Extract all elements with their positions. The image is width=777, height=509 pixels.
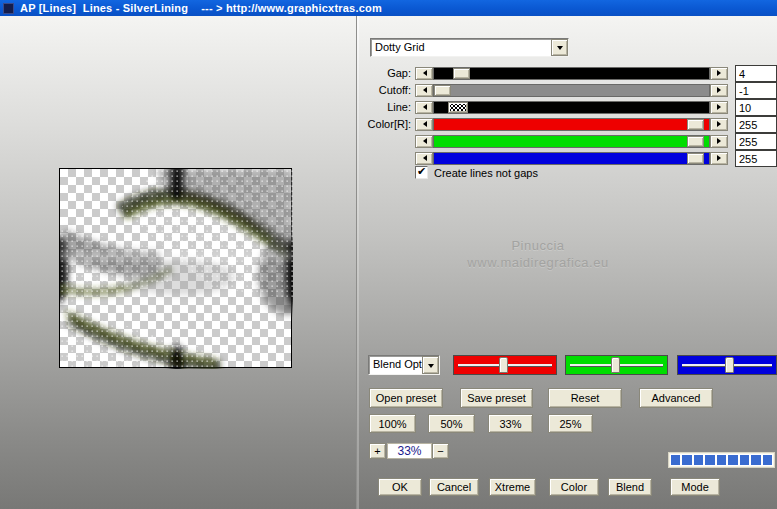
color-green-slider-row: 255 — [359, 134, 777, 148]
progress-segment — [671, 455, 680, 465]
progress-segment — [682, 455, 691, 465]
color-red-slider-track[interactable] — [433, 118, 710, 131]
color-blue-slider-thumb[interactable] — [687, 153, 704, 164]
zoom-100-button[interactable]: 100% — [369, 414, 416, 433]
create-lines-checkbox-label: Create lines not gaps — [434, 167, 538, 179]
title-bar[interactable]: AP [Lines] Lines - SilverLining --- > ht… — [0, 0, 777, 16]
blend-green-slider-thumb[interactable] — [611, 357, 620, 373]
advanced-button[interactable]: Advanced — [639, 388, 713, 408]
gap-slider-track[interactable] — [433, 67, 710, 80]
cutoff-slider-track[interactable] — [433, 84, 710, 97]
progress-segment — [740, 455, 749, 465]
color-blue-decrement-button[interactable] — [415, 152, 433, 165]
color-green-slider-track[interactable] — [433, 135, 710, 148]
line-value-field[interactable]: 10 — [735, 99, 777, 116]
effect-preview — [59, 168, 292, 368]
watermark-line1: Pinuccia — [447, 237, 629, 254]
save-preset-button[interactable]: Save preset — [460, 388, 533, 408]
color-red-slider-row: Color[R]: 255 — [359, 117, 777, 131]
gap-increment-button[interactable] — [710, 67, 728, 80]
preset-dropdown-arrow-button[interactable] — [551, 39, 568, 56]
arrow-right-icon — [717, 104, 724, 110]
cutoff-slider-thumb[interactable] — [434, 85, 451, 96]
color-green-increment-button[interactable] — [710, 135, 728, 148]
blend-options-dropdown[interactable]: Blend Opti — [368, 355, 440, 375]
color-blue-value-field[interactable]: 255 — [735, 150, 777, 167]
color-red-decrement-button[interactable] — [415, 118, 433, 131]
progress-segment — [751, 455, 760, 465]
gap-decrement-button[interactable] — [415, 67, 433, 80]
preview-panel — [0, 16, 357, 509]
watermark: Pinuccia www.maidiregrafica.eu — [447, 237, 629, 271]
cutoff-increment-button[interactable] — [710, 84, 728, 97]
blend-blue-slider-thumb[interactable] — [725, 357, 734, 373]
blend-blue-slider[interactable] — [677, 355, 777, 375]
blend-button[interactable]: Blend — [608, 478, 652, 496]
progress-segment — [705, 455, 714, 465]
progress-bar-segments — [670, 454, 773, 466]
blend-red-slider[interactable] — [453, 355, 557, 375]
create-lines-checkbox[interactable] — [415, 166, 428, 179]
zoom-in-button[interactable]: + — [369, 443, 386, 459]
chevron-down-icon — [428, 364, 434, 371]
progress-segment — [694, 455, 703, 465]
reset-button[interactable]: Reset — [548, 388, 622, 408]
open-preset-button[interactable]: Open preset — [369, 388, 443, 408]
cancel-button[interactable]: Cancel — [429, 478, 479, 496]
line-label: Line: — [359, 101, 411, 113]
color-green-slider-thumb[interactable] — [687, 136, 704, 147]
line-slider-row: Line: 10 — [359, 100, 777, 114]
cutoff-value-field[interactable]: -1 — [735, 82, 777, 99]
gap-label: Gap: — [359, 67, 411, 79]
color-green-decrement-button[interactable] — [415, 135, 433, 148]
color-blue-slider-track[interactable] — [433, 152, 710, 165]
blend-red-slider-thumb[interactable] — [499, 357, 508, 373]
zoom-33-button[interactable]: 33% — [488, 414, 533, 433]
zoom-50-button[interactable]: 50% — [428, 414, 475, 433]
arrow-left-icon — [420, 121, 427, 127]
mode-button[interactable]: Mode — [670, 478, 720, 496]
arrow-right-icon — [717, 70, 724, 76]
ok-button[interactable]: OK — [378, 478, 422, 496]
controls-panel: Dotty Grid Gap: 4 Cutoff: — [359, 16, 777, 509]
cutoff-label: Cutoff: — [359, 84, 411, 96]
progress-segment — [728, 455, 737, 465]
color-green-value-field[interactable]: 255 — [735, 133, 777, 150]
progress-segment — [717, 455, 726, 465]
blend-options-dropdown-value: Blend Opti — [369, 356, 422, 374]
preset-dropdown-value: Dotty Grid — [371, 39, 551, 56]
zoom-level-display: 33% — [387, 443, 432, 459]
line-slider-thumb[interactable] — [448, 102, 468, 113]
line-increment-button[interactable] — [710, 101, 728, 114]
color-blue-increment-button[interactable] — [710, 152, 728, 165]
chevron-down-icon — [557, 46, 563, 53]
gap-value-field[interactable]: 4 — [735, 65, 777, 82]
color-red-slider-thumb[interactable] — [687, 119, 704, 130]
app-icon — [3, 3, 14, 14]
arrow-left-icon — [420, 155, 427, 161]
arrow-right-icon — [717, 121, 724, 127]
color-red-label: Color[R]: — [359, 118, 411, 130]
blend-options-dropdown-arrow-button[interactable] — [422, 356, 439, 374]
zoom-out-button[interactable]: − — [432, 443, 449, 459]
zoom-25-button[interactable]: 25% — [548, 414, 593, 433]
color-red-increment-button[interactable] — [710, 118, 728, 131]
arrow-left-icon — [420, 70, 427, 76]
color-red-value-field[interactable]: 255 — [735, 116, 777, 133]
gap-slider-thumb[interactable] — [453, 68, 470, 79]
arrow-left-icon — [420, 87, 427, 93]
line-decrement-button[interactable] — [415, 101, 433, 114]
cutoff-decrement-button[interactable] — [415, 84, 433, 97]
cutoff-slider-row: Cutoff: -1 — [359, 83, 777, 97]
blend-green-slider[interactable] — [565, 355, 668, 375]
xtreme-button[interactable]: Xtreme — [489, 478, 536, 496]
color-button[interactable]: Color — [549, 478, 599, 496]
progress-bar — [668, 452, 775, 468]
line-slider-track[interactable] — [433, 101, 710, 114]
watermark-line2: www.maidiregrafica.eu — [447, 254, 629, 271]
color-blue-slider-row: 255 — [359, 151, 777, 165]
gap-slider-row: Gap: 4 — [359, 66, 777, 80]
preset-dropdown[interactable]: Dotty Grid — [370, 38, 569, 57]
window-title: AP [Lines] Lines - SilverLining --- > ht… — [20, 2, 382, 14]
arrow-left-icon — [420, 138, 427, 144]
